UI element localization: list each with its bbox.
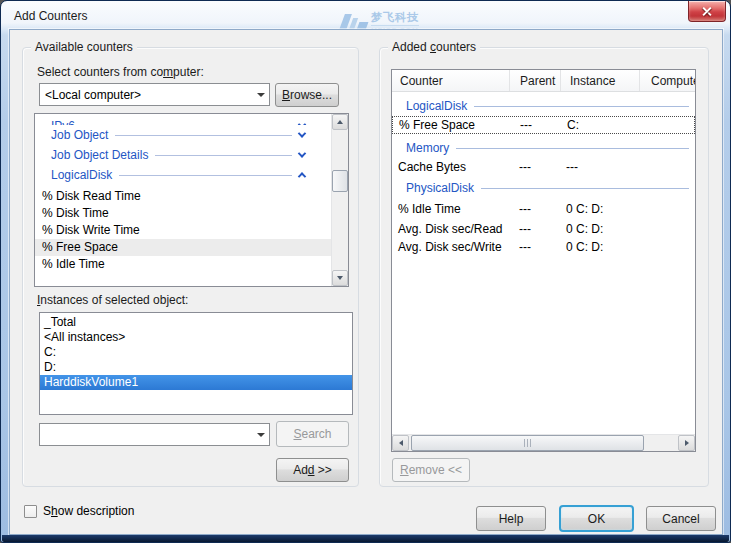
select-computer-label: Select counters from computer: bbox=[37, 65, 204, 79]
added-counters-table: Counter Parent Instance Computer Logical… bbox=[391, 69, 696, 452]
column-header-instance[interactable]: Instance bbox=[561, 70, 640, 91]
chevron-up-icon[interactable] bbox=[298, 172, 306, 180]
browse-button[interactable]: Browse... bbox=[275, 83, 339, 107]
scrollbar-track[interactable] bbox=[409, 435, 678, 451]
chevron-down-icon[interactable] bbox=[298, 120, 306, 125]
help-button[interactable]: Help bbox=[476, 506, 546, 531]
scroll-right-button[interactable] bbox=[678, 435, 695, 451]
scroll-left-button[interactable] bbox=[392, 435, 409, 451]
cancel-button[interactable]: Cancel bbox=[646, 506, 716, 531]
close-icon bbox=[702, 6, 713, 17]
close-button[interactable] bbox=[688, 1, 726, 22]
table-group-memory: Memory bbox=[392, 138, 695, 158]
arrow-right-icon bbox=[685, 440, 689, 446]
chevron-down-icon[interactable] bbox=[298, 129, 306, 137]
counter-category-ipv6[interactable]: IPv6 bbox=[35, 116, 331, 125]
counters-list-scrollbar[interactable] bbox=[331, 114, 348, 286]
instance-item[interactable]: C: bbox=[40, 345, 352, 360]
add-button[interactable]: Add >> bbox=[276, 458, 349, 482]
computer-combobox-value: <Local computer> bbox=[40, 88, 252, 102]
instance-item[interactable]: <All instances> bbox=[40, 330, 352, 345]
added-counters-label: Added counters bbox=[388, 40, 480, 54]
search-combobox[interactable] bbox=[39, 423, 270, 446]
table-horizontal-scrollbar[interactable] bbox=[392, 434, 695, 451]
available-counters-label: Available counters bbox=[31, 40, 137, 54]
counter-item-selected[interactable]: % Free Space bbox=[35, 239, 331, 256]
dialog-title: Add Counters bbox=[14, 9, 87, 23]
column-header-counter[interactable]: Counter bbox=[392, 70, 510, 91]
chevron-down-icon bbox=[257, 433, 265, 437]
counter-item[interactable]: % Disk Read Time bbox=[35, 188, 331, 205]
chevron-down-icon bbox=[257, 93, 265, 97]
available-counters-group: Available counters Select counters from … bbox=[22, 47, 359, 487]
instances-list[interactable]: _Total <All instances> C: D: HarddiskVol… bbox=[39, 312, 353, 415]
table-group-logicaldisk: LogicalDisk bbox=[392, 96, 695, 116]
chevron-down-icon[interactable] bbox=[298, 149, 306, 157]
combobox-dropdown-button[interactable] bbox=[252, 424, 269, 445]
table-row[interactable]: % Idle Time --- 0 C: D: bbox=[392, 200, 695, 218]
added-counters-group: Added counters Counter Parent Instance C… bbox=[379, 47, 709, 487]
arrow-left-icon bbox=[399, 440, 403, 446]
counter-category-job-object-details[interactable]: Job Object Details bbox=[35, 145, 331, 165]
table-row[interactable]: Avg. Disk sec/Read --- 0 C: D: bbox=[392, 220, 695, 238]
instance-item[interactable]: D: bbox=[40, 360, 352, 375]
scrollbar-thumb[interactable] bbox=[411, 435, 644, 451]
table-row[interactable]: Cache Bytes --- --- bbox=[392, 158, 695, 175]
table-group-physicaldisk: PhysicalDisk bbox=[392, 178, 695, 198]
table-row[interactable]: % Free Space --- C: bbox=[392, 116, 695, 134]
instances-label: Instances of selected object: bbox=[37, 293, 188, 307]
show-description-checkbox[interactable] bbox=[24, 505, 37, 518]
search-button[interactable]: Search bbox=[276, 421, 349, 447]
grip-icon bbox=[524, 439, 532, 447]
table-row[interactable]: Avg. Disk sec/Write --- 0 C: D: bbox=[392, 238, 695, 256]
scrollbar-thumb[interactable] bbox=[332, 170, 348, 192]
watermark-cn-text: 梦飞科技 bbox=[371, 11, 419, 23]
ok-button[interactable]: OK bbox=[559, 505, 634, 532]
remove-button[interactable]: Remove << bbox=[392, 458, 470, 482]
scroll-up-button[interactable] bbox=[332, 114, 348, 130]
table-header: Counter Parent Instance Computer bbox=[392, 70, 695, 92]
counter-category-logicaldisk[interactable]: LogicalDisk bbox=[35, 165, 331, 185]
window-bottom-border bbox=[2, 535, 729, 542]
scroll-down-button[interactable] bbox=[332, 270, 348, 286]
available-counters-list[interactable]: IPv6 Job Object Job Object Details bbox=[34, 113, 349, 287]
column-header-computer[interactable]: Computer bbox=[640, 70, 695, 91]
counter-category-job-object[interactable]: Job Object bbox=[35, 125, 331, 145]
combobox-dropdown-button[interactable] bbox=[252, 84, 269, 105]
column-header-parent[interactable]: Parent bbox=[510, 70, 561, 91]
arrow-down-icon bbox=[337, 276, 343, 280]
counter-item[interactable]: % Disk Write Time bbox=[35, 222, 331, 239]
arrow-up-icon bbox=[337, 120, 343, 124]
add-counters-dialog: Add Counters 梦飞科技 MFISP.COM Available co… bbox=[0, 0, 731, 543]
counter-item[interactable]: % Idle Time bbox=[35, 256, 331, 273]
mf-logo-icon bbox=[342, 11, 367, 30]
show-description-label: Show description bbox=[43, 504, 134, 518]
instance-item-selected[interactable]: HarddiskVolume1 bbox=[40, 375, 352, 390]
instance-item[interactable]: _Total bbox=[40, 315, 352, 330]
counter-item[interactable]: % Disk Time bbox=[35, 205, 331, 222]
computer-combobox[interactable]: <Local computer> bbox=[39, 83, 270, 106]
dialog-body: Available counters Select counters from … bbox=[9, 29, 723, 535]
